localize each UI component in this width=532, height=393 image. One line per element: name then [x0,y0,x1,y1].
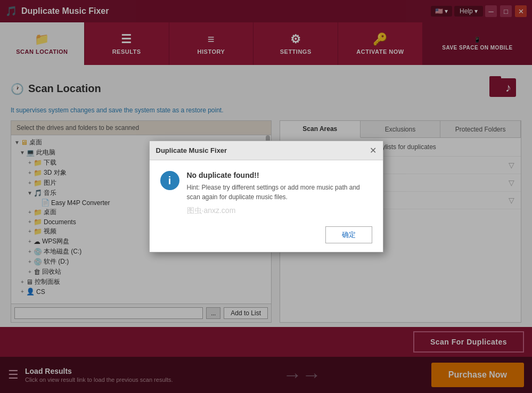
modal-close-button[interactable]: ✕ [370,145,377,155]
modal-message: No duplicate found!! Hint: Please try di… [187,171,372,216]
info-icon: i [160,171,179,190]
modal-title-bar: Duplicate Music Fixer ✕ [150,141,383,160]
modal-ok-button[interactable]: 确定 [325,226,372,243]
modal-footer: 确定 [150,221,383,252]
modal-text: Hint: Please try different settings or a… [187,183,372,202]
modal-body: i No duplicate found!! Hint: Please try … [150,160,383,221]
modal-dialog: Duplicate Music Fixer ✕ i No duplicate f… [149,141,383,252]
modal-overlay: Duplicate Music Fixer ✕ i No duplicate f… [0,0,532,393]
modal-title: Duplicate Music Fixer [156,146,227,154]
watermark: 图虫·anxz.com [187,206,372,216]
modal-heading: No duplicate found!! [187,171,372,179]
